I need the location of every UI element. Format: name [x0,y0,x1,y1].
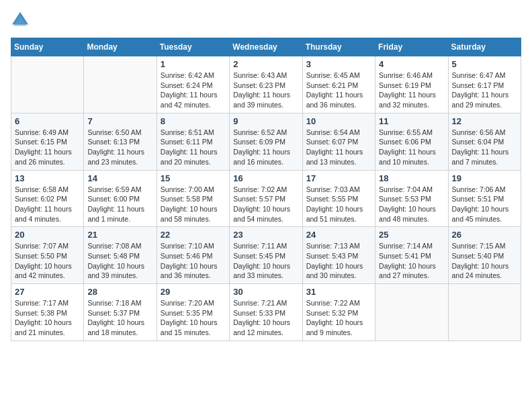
day-info: Sunrise: 7:11 AMSunset: 5:45 PMDaylight:… [233,241,298,281]
day-info: Sunrise: 6:43 AMSunset: 6:23 PMDaylight:… [233,71,298,110]
day-info: Sunrise: 6:42 AMSunset: 6:24 PMDaylight:… [161,71,226,110]
day-number: 31 [306,287,371,297]
calendar-cell: 5Sunrise: 6:47 AMSunset: 6:17 PMDaylight… [448,56,521,113]
calendar-cell: 6Sunrise: 6:49 AMSunset: 6:15 PMDaylight… [11,113,84,170]
day-info: Sunrise: 7:20 AMSunset: 5:35 PMDaylight:… [161,298,226,338]
calendar-cell: 9Sunrise: 6:52 AMSunset: 6:09 PMDaylight… [230,113,302,170]
weekday-header-saturday: Saturday [448,38,521,56]
day-info: Sunrise: 6:52 AMSunset: 6:09 PMDaylight:… [233,128,298,167]
calendar-cell: 25Sunrise: 7:14 AMSunset: 5:41 PMDayligh… [375,227,448,284]
day-number: 5 [452,59,517,69]
day-info: Sunrise: 6:49 AMSunset: 6:15 PMDaylight:… [15,128,80,167]
calendar-cell: 17Sunrise: 7:03 AMSunset: 5:55 PMDayligh… [302,170,375,227]
calendar-cell: 20Sunrise: 7:07 AMSunset: 5:50 PMDayligh… [11,227,84,284]
day-number: 4 [379,59,444,69]
weekday-header-friday: Friday [375,38,448,56]
day-info: Sunrise: 7:15 AMSunset: 5:40 PMDaylight:… [452,241,517,281]
calendar-cell: 23Sunrise: 7:11 AMSunset: 5:45 PMDayligh… [230,227,302,284]
day-info: Sunrise: 6:50 AMSunset: 6:13 PMDaylight:… [87,128,152,167]
calendar-cell: 27Sunrise: 7:17 AMSunset: 5:38 PMDayligh… [11,284,84,341]
day-info: Sunrise: 7:17 AMSunset: 5:38 PMDaylight:… [15,298,80,338]
calendar-week-row: 1Sunrise: 6:42 AMSunset: 6:24 PMDaylight… [11,56,521,113]
calendar-cell: 21Sunrise: 7:08 AMSunset: 5:48 PMDayligh… [84,227,157,284]
weekday-header-thursday: Thursday [302,38,375,56]
day-info: Sunrise: 7:03 AMSunset: 5:55 PMDaylight:… [306,185,371,224]
calendar-cell: 12Sunrise: 6:56 AMSunset: 6:04 PMDayligh… [448,113,521,170]
day-number: 15 [161,173,226,183]
day-number: 6 [15,116,80,126]
calendar-cell [11,56,84,113]
day-info: Sunrise: 7:00 AMSunset: 5:58 PMDaylight:… [161,185,226,224]
weekday-header-wednesday: Wednesday [230,38,302,56]
day-info: Sunrise: 7:10 AMSunset: 5:46 PMDaylight:… [161,241,226,281]
calendar-cell: 18Sunrise: 7:04 AMSunset: 5:53 PMDayligh… [375,170,448,227]
weekday-header-sunday: Sunday [11,38,84,56]
day-info: Sunrise: 6:54 AMSunset: 6:07 PMDaylight:… [306,128,371,167]
calendar-cell: 2Sunrise: 6:43 AMSunset: 6:23 PMDaylight… [230,56,302,113]
day-number: 20 [15,230,80,240]
day-number: 21 [87,230,152,240]
day-info: Sunrise: 6:59 AMSunset: 6:00 PMDaylight:… [87,185,152,224]
day-number: 29 [161,287,226,297]
day-number: 11 [379,116,444,126]
calendar-cell: 7Sunrise: 6:50 AMSunset: 6:13 PMDaylight… [84,113,157,170]
calendar-week-row: 13Sunrise: 6:58 AMSunset: 6:02 PMDayligh… [11,170,521,227]
calendar-week-row: 27Sunrise: 7:17 AMSunset: 5:38 PMDayligh… [11,284,521,341]
calendar-cell: 1Sunrise: 6:42 AMSunset: 6:24 PMDaylight… [157,56,229,113]
logo-icon [11,11,30,30]
day-info: Sunrise: 7:06 AMSunset: 5:51 PMDaylight:… [452,185,517,224]
calendar-cell: 15Sunrise: 7:00 AMSunset: 5:58 PMDayligh… [157,170,229,227]
calendar-cell [448,284,521,341]
day-info: Sunrise: 6:58 AMSunset: 6:02 PMDaylight:… [15,185,80,224]
day-number: 9 [233,116,298,126]
day-number: 19 [452,173,517,183]
day-number: 25 [379,230,444,240]
calendar-cell: 10Sunrise: 6:54 AMSunset: 6:07 PMDayligh… [302,113,375,170]
day-info: Sunrise: 7:07 AMSunset: 5:50 PMDaylight:… [15,241,80,281]
day-info: Sunrise: 6:51 AMSunset: 6:11 PMDaylight:… [161,128,226,167]
calendar-cell: 11Sunrise: 6:55 AMSunset: 6:06 PMDayligh… [375,113,448,170]
day-info: Sunrise: 7:21 AMSunset: 5:33 PMDaylight:… [233,298,298,338]
calendar-week-row: 20Sunrise: 7:07 AMSunset: 5:50 PMDayligh… [11,227,521,284]
calendar-cell: 19Sunrise: 7:06 AMSunset: 5:51 PMDayligh… [448,170,521,227]
day-number: 17 [306,173,371,183]
day-info: Sunrise: 7:08 AMSunset: 5:48 PMDaylight:… [87,241,152,281]
day-number: 22 [161,230,226,240]
day-info: Sunrise: 6:47 AMSunset: 6:17 PMDaylight:… [452,71,517,110]
calendar-cell: 3Sunrise: 6:45 AMSunset: 6:21 PMDaylight… [302,56,375,113]
day-number: 7 [87,116,152,126]
day-number: 30 [233,287,298,297]
day-info: Sunrise: 6:56 AMSunset: 6:04 PMDaylight:… [452,128,517,167]
calendar-cell: 30Sunrise: 7:21 AMSunset: 5:33 PMDayligh… [230,284,302,341]
calendar-cell: 31Sunrise: 7:22 AMSunset: 5:32 PMDayligh… [302,284,375,341]
day-number: 3 [306,59,371,69]
calendar-table: SundayMondayTuesdayWednesdayThursdayFrid… [11,38,521,341]
calendar-cell: 26Sunrise: 7:15 AMSunset: 5:40 PMDayligh… [448,227,521,284]
day-info: Sunrise: 7:02 AMSunset: 5:57 PMDaylight:… [233,185,298,224]
calendar-cell: 8Sunrise: 6:51 AMSunset: 6:11 PMDaylight… [157,113,229,170]
calendar-cell: 14Sunrise: 6:59 AMSunset: 6:00 PMDayligh… [84,170,157,227]
day-number: 27 [15,287,80,297]
calendar-cell: 22Sunrise: 7:10 AMSunset: 5:46 PMDayligh… [157,227,229,284]
weekday-header-row: SundayMondayTuesdayWednesdayThursdayFrid… [11,38,521,56]
day-number: 2 [233,59,298,69]
day-number: 23 [233,230,298,240]
day-number: 26 [452,230,517,240]
calendar-cell: 16Sunrise: 7:02 AMSunset: 5:57 PMDayligh… [230,170,302,227]
day-number: 28 [87,287,152,297]
day-number: 10 [306,116,371,126]
day-info: Sunrise: 6:46 AMSunset: 6:19 PMDaylight:… [379,71,444,110]
day-number: 12 [452,116,517,126]
calendar-cell [84,56,157,113]
calendar-week-row: 6Sunrise: 6:49 AMSunset: 6:15 PMDaylight… [11,113,521,170]
weekday-header-monday: Monday [84,38,157,56]
calendar-cell: 13Sunrise: 6:58 AMSunset: 6:02 PMDayligh… [11,170,84,227]
page-header [11,11,521,30]
calendar-cell: 24Sunrise: 7:13 AMSunset: 5:43 PMDayligh… [302,227,375,284]
day-info: Sunrise: 6:55 AMSunset: 6:06 PMDaylight:… [379,128,444,167]
day-info: Sunrise: 7:04 AMSunset: 5:53 PMDaylight:… [379,185,444,224]
calendar-cell [375,284,448,341]
day-number: 8 [161,116,226,126]
calendar-cell: 4Sunrise: 6:46 AMSunset: 6:19 PMDaylight… [375,56,448,113]
day-info: Sunrise: 7:18 AMSunset: 5:37 PMDaylight:… [87,298,152,338]
